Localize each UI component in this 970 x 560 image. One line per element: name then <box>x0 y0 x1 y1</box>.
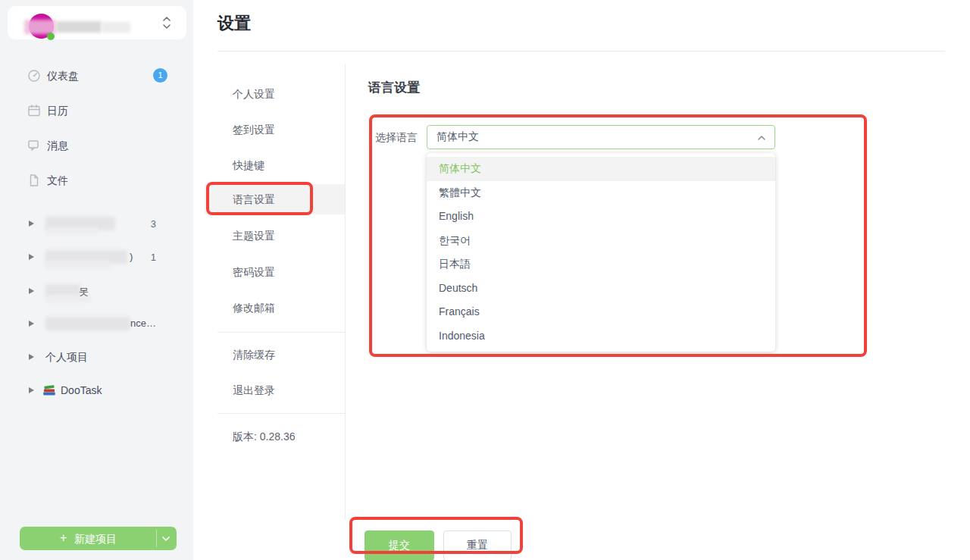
new-project-button[interactable]: + 新建项目 <box>20 527 177 550</box>
option-english[interactable]: English <box>427 205 775 229</box>
expand-arrow-icon[interactable] <box>29 387 34 393</box>
plus-icon: + <box>60 531 67 545</box>
option-german[interactable]: Deutsch <box>427 277 775 301</box>
sidebar-item-dashboard[interactable]: 仪表盘 1 <box>0 67 193 85</box>
header-divider <box>217 51 945 52</box>
option-traditional-chinese[interactable]: 繁體中文 <box>427 181 775 205</box>
nav-label: 文件 <box>47 174 68 187</box>
unread-badge: 1 <box>153 68 167 83</box>
project-item-redacted-3[interactable]: 못 <box>0 283 193 301</box>
project-name: DooTask <box>61 384 102 396</box>
submit-button[interactable]: 提交 <box>365 530 434 560</box>
menu-divider <box>217 413 345 414</box>
option-indonesian[interactable]: Indonesia <box>427 324 775 349</box>
menu-item-checkin-settings[interactable]: 签到设置 <box>233 122 275 137</box>
selected-language-value: 简体中文 <box>436 130 479 144</box>
dashboard-icon <box>27 69 41 83</box>
panel-title: 语言设置 <box>368 79 420 96</box>
project-item-personal[interactable]: 个人项目 <box>0 349 193 367</box>
menu-item-password-settings[interactable]: 密码设置 <box>233 264 275 280</box>
menu-divider <box>217 332 345 333</box>
calendar-icon <box>27 104 41 117</box>
version-label: 版本: 0.28.36 <box>233 430 296 444</box>
expand-arrow-icon[interactable] <box>29 321 34 327</box>
chevron-up-down-icon[interactable] <box>162 16 171 30</box>
sidebar: 仪表盘 1 日历 消息 文件 <box>0 0 193 560</box>
project-name: 个人项目 <box>45 351 88 364</box>
chevron-up-icon <box>758 136 765 140</box>
chevron-down-icon[interactable] <box>162 537 170 541</box>
nav-label: 日历 <box>47 104 68 117</box>
project-name-fragment: nce… <box>130 318 156 329</box>
new-project-label: 新建项目 <box>74 533 117 546</box>
sidebar-item-calendar[interactable]: 日历 <box>0 102 193 120</box>
nav-label: 消息 <box>47 139 68 152</box>
project-item-dootask[interactable]: DooTask <box>0 382 193 400</box>
language-select[interactable]: 简体中文 <box>427 125 775 149</box>
menu-item-clear-cache[interactable]: 清除缓存 <box>233 347 275 362</box>
menu-item-shortcuts[interactable]: 快捷键 <box>233 158 264 173</box>
project-name-fragment: ) <box>130 251 133 262</box>
menu-item-theme-settings[interactable]: 主题设置 <box>233 228 275 243</box>
menu-item-change-email[interactable]: 修改邮箱 <box>233 300 275 315</box>
redacted-project-name <box>45 317 130 330</box>
expand-arrow-icon[interactable] <box>29 221 34 227</box>
menu-item-logout[interactable]: 退出登录 <box>233 383 275 398</box>
expand-arrow-icon[interactable] <box>29 288 34 294</box>
menu-item-language-settings[interactable]: 语言设置 <box>233 192 275 207</box>
reset-button[interactable]: 重置 <box>443 530 512 560</box>
project-item-redacted-1[interactable]: 3 <box>0 215 193 233</box>
sidebar-item-messages[interactable]: 消息 <box>0 136 193 155</box>
option-japanese[interactable]: 日本語 <box>427 252 775 277</box>
expand-arrow-icon[interactable] <box>29 254 34 260</box>
project-count: 3 <box>138 218 156 230</box>
user-card[interactable] <box>8 6 186 39</box>
button-divider <box>156 530 157 547</box>
nav-label: 仪表盘 <box>47 69 79 83</box>
message-icon <box>27 139 41 152</box>
project-item-redacted-4[interactable]: nce… <box>0 315 193 333</box>
menu-item-personal-settings[interactable]: 个人设置 <box>233 86 275 102</box>
file-icon <box>27 174 41 187</box>
redacted-project-name-2 <box>45 261 111 268</box>
redacted-username-3 <box>102 22 130 33</box>
language-select-label: 选择语言 <box>375 131 418 145</box>
expand-arrow-icon[interactable] <box>29 354 34 360</box>
redacted-project-name-2 <box>45 227 99 235</box>
dootask-settings-window: 仪表盘 1 日历 消息 文件 <box>0 0 970 560</box>
sidebar-item-files[interactable]: 文件 <box>0 171 193 189</box>
project-item-redacted-2[interactable]: ) 1 <box>0 249 193 267</box>
online-status-dot <box>47 33 55 40</box>
redacted-username-2 <box>56 21 102 33</box>
language-dropdown: 简体中文 繁體中文 English 한국어 日本語 Deutsch França… <box>427 153 775 352</box>
option-french[interactable]: Français <box>427 300 775 324</box>
column-divider <box>345 64 346 519</box>
option-simplified-chinese[interactable]: 简体中文 <box>427 157 775 181</box>
books-icon <box>42 384 57 397</box>
project-name-fragment: 못 <box>79 285 89 299</box>
page-title: 设置 <box>217 12 251 35</box>
option-korean[interactable]: 한국어 <box>427 229 775 253</box>
project-count: 1 <box>138 252 156 263</box>
